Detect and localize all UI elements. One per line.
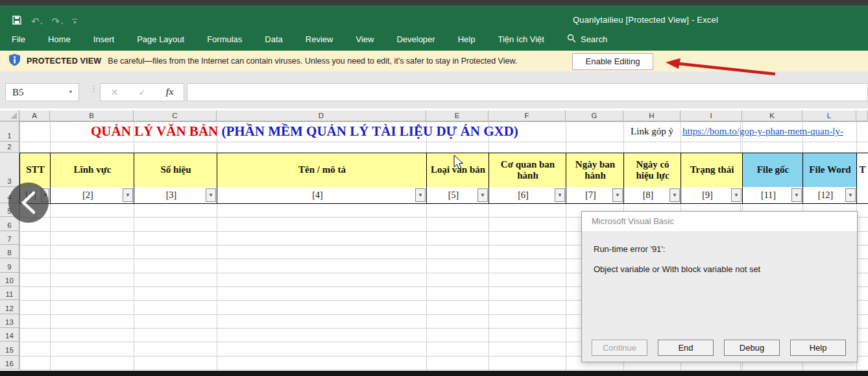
column-header-C[interactable]: C: [134, 110, 217, 121]
save-icon[interactable]: [12, 15, 22, 28]
tell-me-search[interactable]: Search: [567, 34, 607, 45]
filter-cell[interactable]: [12]▼: [802, 187, 857, 204]
row-header-10[interactable]: 10: [0, 273, 19, 286]
filter-dropdown-button[interactable]: ▼: [415, 188, 426, 202]
filter-cell[interactable]: [7]▼: [566, 187, 624, 204]
window-bottom-strip: [0, 371, 868, 376]
table-header-cell[interactable]: T: [856, 153, 868, 188]
chevron-left-icon: [8, 182, 49, 223]
undo-icon: ↶: [31, 16, 40, 27]
ribbon-tab-insert[interactable]: Insert: [93, 34, 115, 44]
filter-dropdown-button[interactable]: ▼: [791, 188, 802, 202]
table-header-cell[interactable]: File gốc: [742, 153, 803, 188]
continue-button: Continue: [592, 340, 647, 356]
filter-cell[interactable]: [856, 187, 868, 204]
filter-cell[interactable]: [11]▼: [742, 187, 803, 204]
filter-cell-label: [5]: [448, 190, 459, 201]
row-header-9[interactable]: 9: [0, 258, 19, 273]
ribbon-tab-review[interactable]: Review: [306, 34, 333, 44]
column-header-I[interactable]: I: [681, 110, 742, 121]
column-header-E[interactable]: E: [426, 110, 488, 121]
insert-function-icon[interactable]: fx: [166, 87, 174, 97]
column-header-L[interactable]: L: [802, 110, 856, 121]
filter-cell-label: [7]: [585, 190, 596, 201]
filter-dropdown-button[interactable]: ▼: [731, 188, 741, 202]
sheet-title-blue: (PHẦN MỀM QUẢN LÝ TÀI LIỆU DỰ ÁN GXD): [221, 123, 518, 139]
filter-cell-label: [9]: [702, 190, 712, 201]
column-header-H[interactable]: H: [623, 110, 681, 121]
filter-cell[interactable]: [6]▼: [488, 187, 566, 204]
formula-bar-separator: ⋮: [90, 86, 98, 92]
redo-button[interactable]: ↷▾: [52, 16, 64, 27]
row-header-12[interactable]: 12: [0, 300, 19, 314]
filter-cell[interactable]: [3]▼: [134, 187, 217, 204]
row-header-13[interactable]: 13: [0, 314, 19, 328]
ribbon-tab-ti-n-ch-vi-t[interactable]: Tiện ích Việt: [498, 34, 544, 44]
filter-dropdown-button[interactable]: ▼: [845, 188, 856, 202]
row-header-14[interactable]: 14: [0, 328, 19, 342]
ribbon-tab-data[interactable]: Data: [265, 34, 282, 44]
filter-cell[interactable]: [8]▼: [623, 187, 681, 204]
table-header-cell[interactable]: Lĩnh vực: [50, 153, 134, 188]
ribbon-tab-page-layout[interactable]: Page Layout: [137, 34, 184, 44]
table-header-cell[interactable]: File Word: [802, 153, 857, 188]
table-header-cell[interactable]: Tên / mô tả: [217, 153, 427, 188]
cancel-entry-icon[interactable]: ✕: [110, 87, 118, 97]
column-header-F[interactable]: F: [488, 110, 566, 121]
row-header-11[interactable]: 11: [0, 286, 19, 300]
formula-input[interactable]: [187, 83, 868, 101]
filter-dropdown-button[interactable]: ▼: [555, 188, 565, 202]
row-header-15[interactable]: 15: [0, 342, 19, 356]
undo-button[interactable]: ↶▾: [31, 16, 43, 27]
feedback-link-url[interactable]: https://bom.to/gop-y-phan-mem-quan-ly-: [682, 121, 843, 142]
table-header-cell[interactable]: Cơ quan ban hành: [488, 153, 566, 188]
column-header-G[interactable]: G: [566, 110, 623, 121]
filter-cell-label: [2]: [82, 190, 93, 201]
table-header-cell[interactable]: Ngày ban hành: [566, 153, 624, 188]
column-header-A[interactable]: A: [19, 110, 50, 121]
ribbon-tab-help[interactable]: Help: [458, 34, 476, 44]
search-label: Search: [581, 34, 607, 44]
filter-dropdown-button[interactable]: ▼: [123, 188, 133, 202]
row-header-16[interactable]: 16: [0, 356, 19, 370]
ribbon-tab-file[interactable]: File: [12, 34, 25, 44]
column-header-clipped[interactable]: [856, 110, 868, 121]
name-box-value: B5: [12, 87, 24, 97]
table-header-cell[interactable]: Số hiệu: [134, 153, 217, 188]
ribbon-tab-bar: FileHomeInsertPage LayoutFormulasDataRev…: [0, 27, 868, 51]
ribbon-tab-view[interactable]: View: [356, 34, 374, 44]
filter-dropdown-button[interactable]: ▼: [477, 188, 488, 202]
column-header-B[interactable]: B: [50, 110, 134, 121]
ribbon-tab-developer[interactable]: Developer: [396, 34, 435, 44]
column-header-K[interactable]: K: [742, 110, 802, 121]
row-header-7[interactable]: 7: [0, 231, 19, 245]
enable-editing-button[interactable]: Enable Editing: [572, 53, 653, 70]
row-header-2[interactable]: 2: [0, 142, 19, 153]
end-button[interactable]: End: [658, 340, 714, 356]
filter-dropdown-button[interactable]: ▼: [206, 188, 216, 202]
filter-cell[interactable]: [5]▼: [426, 187, 489, 204]
column-header-D[interactable]: D: [217, 110, 426, 121]
table-header-cell[interactable]: Trạng thái: [681, 153, 743, 188]
ribbon-tab-formulas[interactable]: Formulas: [207, 34, 242, 44]
table-header-cell[interactable]: Loại văn bản: [426, 153, 489, 188]
row-header-1[interactable]: 1: [0, 121, 19, 142]
filter-dropdown-button[interactable]: ▼: [669, 188, 680, 202]
filter-cell-label: [4]: [312, 190, 322, 201]
filter-cell[interactable]: [9]▼: [681, 187, 743, 204]
ribbon-tab-home[interactable]: Home: [48, 34, 71, 44]
table-header-cell[interactable]: Ngày có hiệu lực: [623, 153, 681, 188]
protected-view-label: PROTECTED VIEW: [27, 56, 101, 66]
select-all-corner[interactable]: [0, 110, 19, 121]
filter-dropdown-button[interactable]: ▼: [612, 188, 623, 202]
row-header-8[interactable]: 8: [0, 245, 19, 258]
help-button[interactable]: Help: [790, 340, 846, 356]
search-icon: [567, 34, 576, 45]
debug-button[interactable]: Debug: [724, 340, 780, 356]
confirm-entry-icon[interactable]: ✓: [138, 87, 146, 97]
filter-cell[interactable]: [4]▼: [217, 187, 427, 204]
name-box[interactable]: B5 ▼: [5, 83, 79, 101]
customize-qat-button[interactable]: ▾: [72, 19, 77, 24]
sheet-title-cell[interactable]: QUẢN LÝ VĂN BẢN (PHẦN MỀM QUẢN LÝ TÀI LI…: [91, 121, 518, 142]
filter-cell[interactable]: [2]▼: [50, 187, 134, 204]
